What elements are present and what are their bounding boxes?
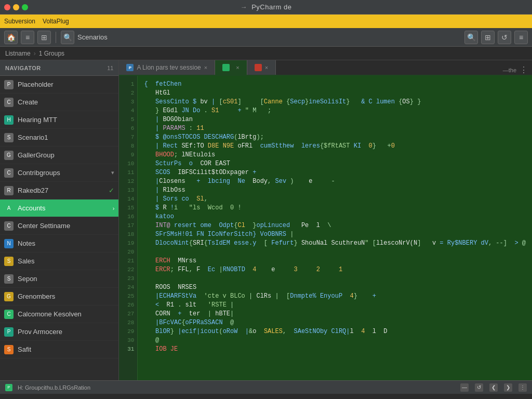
code-line-3: SessCinto $ bv | [cS01] [Canne {Secp}ine… xyxy=(144,98,526,107)
sidebar-icon-accounts: A xyxy=(4,204,14,213)
sidebar-item-gallgroup[interactable]: G GallerGroup xyxy=(0,147,118,164)
tab1-close[interactable]: × xyxy=(204,64,207,71)
code-line-13: | RlbOss xyxy=(144,186,526,195)
sidebar-item-accounts[interactable]: A Accounts › xyxy=(0,200,118,217)
more-icon[interactable]: ≡ xyxy=(514,31,528,44)
sidebar-item-create[interactable]: C Create xyxy=(0,94,118,111)
editor-pane: P A Lion pars tev sessioe × × × —the ⋮ 1 xyxy=(119,60,532,380)
code-line-1: { fetChen xyxy=(144,80,526,89)
editor-tab-3[interactable]: × xyxy=(247,60,276,75)
minimize-button[interactable] xyxy=(13,4,19,10)
line-num-4: 4 xyxy=(131,107,135,115)
search-icon-right[interactable]: 🔍 xyxy=(464,31,478,44)
refresh-status-icon[interactable]: ↺ xyxy=(475,383,483,392)
sidebar-icon-scenario1: S xyxy=(4,133,14,142)
traffic-lights xyxy=(4,4,28,10)
search-button[interactable]: 🔍 xyxy=(61,31,74,44)
sidebar-item-contribgroups[interactable]: C Contribgroups ▾ xyxy=(0,164,118,182)
line-num-16: 16 xyxy=(127,212,134,221)
code-line-28: |BFcVAC{oFPRaSSACN @ xyxy=(144,318,526,327)
editor-tab-1[interactable]: P A Lion pars tev sessioe × xyxy=(119,60,215,75)
line-num-7: 7 xyxy=(131,133,135,142)
sidebar-label-centersett: Center Settiname xyxy=(18,222,114,230)
sidebar-item-placeholder[interactable]: P Placeholder xyxy=(0,76,118,94)
editor-options-label: —the xyxy=(503,67,516,73)
code-editor[interactable]: { fetChen HtGl SessCinto $ bv | [cS01] [… xyxy=(138,76,532,380)
code-line-19: DlocoNint{SRI{TsIdEM esse.y [ Fefurt} Sh… xyxy=(144,239,526,248)
line-num-30: 30 xyxy=(127,336,134,345)
line-num-25: 25 xyxy=(127,292,134,301)
line-num-19: 19 xyxy=(127,239,134,248)
code-line-31: IOB JE xyxy=(144,345,526,354)
sidebar-label-create: Create xyxy=(18,98,114,106)
status-python-icon: P xyxy=(5,384,12,391)
breadcrumb-listname[interactable]: Listname xyxy=(5,50,31,57)
breadcrumb-separator: › xyxy=(34,50,36,57)
sidebar-header-title: Navigator xyxy=(5,65,41,71)
code-line-25: |ECHARFStVa 'cte v BLCo | ClRs | [Dnmpte… xyxy=(144,292,526,301)
menu-button[interactable]: ≡ xyxy=(21,31,34,44)
sidebar-label-safit: Safit xyxy=(18,345,114,353)
chevron-right-icon[interactable]: ❯ xyxy=(504,383,512,392)
line-num-5: 5 xyxy=(131,115,135,124)
code-line-21: ERCH MNrss xyxy=(144,257,526,265)
sidebar-item-sepon[interactable]: S Sepon xyxy=(0,270,118,288)
line-num-6: 6 xyxy=(131,124,135,133)
sidebar-item-hearing[interactable]: H Hearing MTT xyxy=(0,111,118,129)
tab1-label: A Lion pars tev sessioe xyxy=(137,64,201,71)
tab2-close[interactable]: × xyxy=(236,64,239,71)
code-line-5: | BOGObian xyxy=(144,115,526,124)
editor-tab-2[interactable]: × xyxy=(215,60,247,75)
home-button[interactable]: 🏠 xyxy=(4,31,18,44)
refresh-icon[interactable]: ↺ xyxy=(498,31,511,44)
red-file-icon xyxy=(255,64,262,71)
more-status-icon[interactable]: ⋮ xyxy=(518,383,527,392)
sidebar-label-provarm: Prov Armocere xyxy=(18,328,114,336)
code-line-14: | Sors co Sl, xyxy=(144,195,526,204)
sidebar-item-scenario1[interactable]: S Scenario1 xyxy=(0,129,118,147)
sidebar-item-centersett[interactable]: C Center Settiname xyxy=(0,217,118,235)
code-line-26: < R1 . slt 'RSTE | xyxy=(144,301,526,310)
code-line-20 xyxy=(144,248,526,257)
sidebar-item-notes[interactable]: N Notes xyxy=(0,235,118,252)
minimize-icon[interactable]: — xyxy=(460,383,469,392)
tab3-close[interactable]: × xyxy=(265,64,268,71)
chevron-left-icon[interactable]: ❮ xyxy=(489,383,498,392)
scenarios-label[interactable]: Scenarios xyxy=(77,33,108,41)
sidebar-item-sales[interactable]: S Sales xyxy=(0,252,118,270)
main-layout: Navigator 11 P Placeholder C Create H He… xyxy=(0,60,532,380)
menu-voltaplug[interactable]: VoltaPlug xyxy=(43,18,69,25)
settings-button[interactable]: ⊞ xyxy=(37,31,51,44)
code-line-24: ROOS NRSES xyxy=(144,283,526,292)
menubar: Subversion VoltaPlug xyxy=(0,15,532,28)
sidebar-item-provarm[interactable]: P Prov Armocere xyxy=(0,323,118,341)
sidebar-icon-hearing: H xyxy=(4,115,14,125)
sidebar-label-grenombers: Grenombers xyxy=(18,292,114,300)
editor-tab-actions: —the ⋮ xyxy=(499,65,532,75)
titlebar: → PyCharm de xyxy=(0,0,532,15)
sidebar-item-grenombers[interactable]: G Grenombers xyxy=(0,288,118,305)
sidebar-item-safit[interactable]: S Safit xyxy=(0,341,118,358)
line-num-21: 21 xyxy=(127,257,134,265)
sidebar-item-rakedb27[interactable]: R Rakedb27 ✓ xyxy=(0,182,118,200)
code-line-10: ScturPs o COR EAST xyxy=(144,159,526,168)
maximize-button[interactable] xyxy=(22,4,28,10)
breadcrumb-groups[interactable]: 1 Groups xyxy=(39,50,64,57)
toolbar: 🏠 ≡ ⊞ 🔍 Scenarios 🔍 ⊞ ↺ ≡ xyxy=(0,28,532,47)
code-line-30: @ xyxy=(144,336,526,345)
chevron-right-icon: › xyxy=(113,205,115,211)
breadcrumb-bar: Listname › 1 Groups xyxy=(0,47,532,60)
toolbar-separator xyxy=(56,32,56,43)
close-button[interactable] xyxy=(4,4,10,10)
status-text: H: Groupcithu.b.LRGsRation xyxy=(18,384,90,391)
code-line-8: | Rect SEf:TO D8E N9E oFRl cumStthew ler… xyxy=(144,142,526,151)
editor-more-button[interactable]: ⋮ xyxy=(520,65,528,75)
line-num-29: 29 xyxy=(127,327,134,336)
sidebar-icon-centersett: C xyxy=(4,221,14,231)
line-num-9: 9 xyxy=(131,151,135,159)
sidebar-label-placeholder: Placeholder xyxy=(18,81,114,88)
menu-subversion[interactable]: Subversion xyxy=(4,18,35,25)
sidebar-item-calcomon[interactable]: C Calcomone Kesolven xyxy=(0,305,118,323)
grid-icon[interactable]: ⊞ xyxy=(481,31,495,44)
line-num-2: 2 xyxy=(131,89,135,98)
